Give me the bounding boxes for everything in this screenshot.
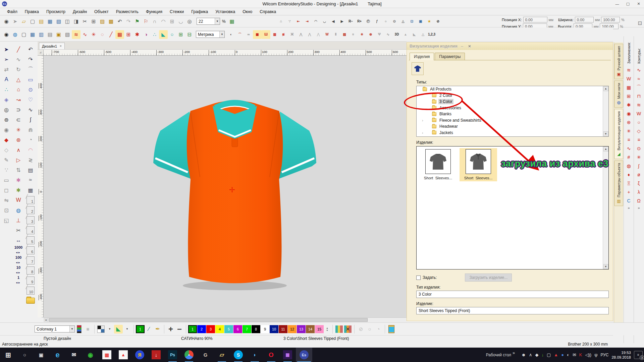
memory-slot-button[interactable]: 4: [26, 226, 35, 234]
overlap-tool-icon[interactable]: ⊡: [1, 205, 11, 215]
paste-icon[interactable]: ▨: [98, 17, 107, 26]
more-icon[interactable]: »: [638, 206, 640, 210]
open-curve-tool-icon[interactable]: ⌒: [25, 64, 36, 74]
scroll-down-icon[interactable]: ▼: [603, 264, 608, 269]
memory-slot-button[interactable]: 10: [26, 287, 35, 295]
outline-o-icon[interactable]: ø: [635, 170, 643, 179]
undo-icon[interactable]: ↶: [115, 17, 124, 26]
document-tab[interactable]: Дизайн1×: [39, 43, 65, 49]
scale-x-field[interactable]: 100.00: [601, 17, 620, 22]
spiral-tool-icon[interactable]: ◉: [1, 125, 11, 135]
apply-color-icon[interactable]: ✒: [153, 325, 162, 334]
slow-icon[interactable]: ◠: [312, 17, 320, 26]
hexagon-red-tool-icon[interactable]: ◆: [1, 135, 11, 145]
chevron-down-icon[interactable]: ▼: [219, 31, 224, 38]
outline-s-icon[interactable]: ∫: [635, 162, 643, 170]
current-color-swatch[interactable]: 1: [136, 325, 145, 333]
rewind-icon[interactable]: ◀: [329, 17, 338, 26]
three-d-icon[interactable]: 3D: [392, 30, 401, 39]
usb-icon[interactable]: ψ: [594, 352, 597, 357]
network-icon[interactable]: ◐: [567, 352, 570, 357]
outline-circle-icon[interactable]: ○: [635, 118, 643, 127]
save-icon[interactable]: ▦: [46, 17, 54, 26]
outline-run-icon[interactable]: ∿: [635, 66, 643, 74]
mesh-stitch-icon[interactable]: ⊞: [124, 30, 133, 39]
peak2-icon[interactable]: ⋀: [305, 30, 314, 39]
dock-tab[interactable]: ▣ Ручной штамп: [614, 44, 623, 79]
circle2-icon[interactable]: ⊙: [390, 17, 399, 26]
tree-item[interactable]: › Jackets: [417, 130, 608, 136]
arc-down-icon[interactable]: ◡: [176, 17, 185, 26]
search-icon[interactable]: ○: [16, 348, 33, 362]
arc-cw-tool-icon[interactable]: ↷: [25, 54, 36, 64]
design-save-icon[interactable]: ★: [425, 17, 434, 26]
embroidery-studio-icon[interactable]: Es: [296, 348, 312, 362]
color-chip[interactable]: 3: [206, 325, 215, 333]
clock[interactable]: 19:53 28.09.2018: [611, 350, 631, 360]
step-arrows-icon[interactable]: ◂▸: [16, 281, 21, 286]
fill-w-icon[interactable]: W: [625, 74, 633, 83]
tri-up-icon[interactable]: ▲: [401, 30, 410, 39]
menu-item[interactable]: Просмотр: [43, 8, 69, 15]
outline-star-icon[interactable]: ✳: [635, 153, 643, 162]
palette-spinner[interactable]: ▲▼: [326, 327, 328, 331]
color-chip[interactable]: 14: [306, 325, 315, 333]
fill-grid-icon[interactable]: ▦: [253, 30, 262, 39]
circle-shape-tool-icon[interactable]: ⊙: [25, 84, 36, 95]
desktop-toolbar-label[interactable]: Рабочий стол: [486, 353, 511, 357]
outline-xi-icon[interactable]: ξ: [635, 179, 643, 188]
shapes-tool-icon[interactable]: ♡: [25, 95, 36, 105]
wave-icon[interactable]: ∿: [384, 30, 392, 39]
product-visual-icon[interactable]: ◣: [159, 30, 168, 39]
w-stitch-icon[interactable]: W: [323, 30, 331, 39]
reshape-tool-icon[interactable]: ➣: [1, 54, 11, 64]
tri-corner-icon[interactable]: ◣: [410, 30, 419, 39]
object-properties-icon[interactable]: ◉: [2, 30, 11, 39]
fill-lines-icon[interactable]: ≡: [625, 135, 633, 144]
download-manager-icon[interactable]: ↓: [148, 348, 164, 362]
fill-zigzag-icon[interactable]: ≶: [279, 30, 288, 39]
select-tool-icon[interactable]: ➤: [1, 44, 11, 54]
scroll-left-icon[interactable]: ◂: [44, 318, 48, 322]
c-close-tool-icon[interactable]: ⊂: [13, 115, 23, 125]
branching-icon[interactable]: ∞: [244, 30, 253, 39]
portfolio-icon[interactable]: ▱: [19, 17, 28, 26]
display-icon[interactable]: ▢: [547, 352, 551, 357]
task-view-icon[interactable]: ▣: [33, 348, 49, 362]
product-thumbnail-selected[interactable]: Short Sleeves...: [460, 148, 497, 181]
fill-wheel-icon[interactable]: ⊛: [625, 118, 633, 127]
stitch-count-button[interactable]: 1000: [14, 245, 22, 251]
colorway-remove-icon[interactable]: ✕: [343, 325, 352, 334]
panel-tab[interactable]: Параметры: [435, 53, 465, 60]
skype-icon[interactable]: S: [230, 348, 247, 362]
table1-icon[interactable]: ⊞: [176, 30, 185, 39]
machine-icon[interactable]: ▣: [416, 17, 425, 26]
arc-up-icon[interactable]: ◠: [159, 17, 168, 26]
tooth-icon[interactable]: ∩: [150, 17, 159, 26]
panel-close-icon[interactable]: ✕: [467, 44, 472, 49]
target2-tool-icon[interactable]: ⊚: [1, 115, 11, 125]
auto-fade-icon[interactable]: ◐: [227, 30, 235, 39]
motif-stitch-icon[interactable]: ✳: [89, 30, 98, 39]
screen-icon[interactable]: ▢: [19, 30, 28, 39]
thread-spool-icon[interactable]: [387, 325, 396, 334]
chevron-down-icon[interactable]: ▼: [123, 325, 131, 334]
menu-item[interactable]: Установка: [212, 8, 239, 15]
star-stitch-icon[interactable]: ✱: [133, 30, 142, 39]
r-minus-icon[interactable]: R−: [346, 17, 355, 26]
mirror-icon[interactable]: △: [399, 17, 408, 26]
dots-tool-icon[interactable]: ∵: [1, 165, 11, 175]
c-open-tool-icon[interactable]: ⊃: [13, 105, 23, 115]
sphere-icon[interactable]: ◔: [374, 325, 383, 334]
color-wheel-icon[interactable]: ◑: [142, 30, 150, 39]
lettering-tool-icon[interactable]: A: [1, 74, 11, 84]
menu-item[interactable]: Стежки: [166, 8, 187, 15]
gimp-icon[interactable]: G: [197, 348, 214, 362]
notes2-tool-icon[interactable]: ▦: [25, 185, 36, 195]
outline-diamond-icon[interactable]: ◇: [635, 127, 643, 135]
palette-list-icon[interactable]: ≡: [84, 325, 92, 334]
grid-show-icon[interactable]: ▦: [28, 30, 37, 39]
outline-square-icon[interactable]: ⊓: [635, 92, 643, 101]
scroll-up-icon[interactable]: ▲: [603, 86, 608, 91]
yandex-app-icon[interactable]: ▲: [115, 348, 131, 362]
